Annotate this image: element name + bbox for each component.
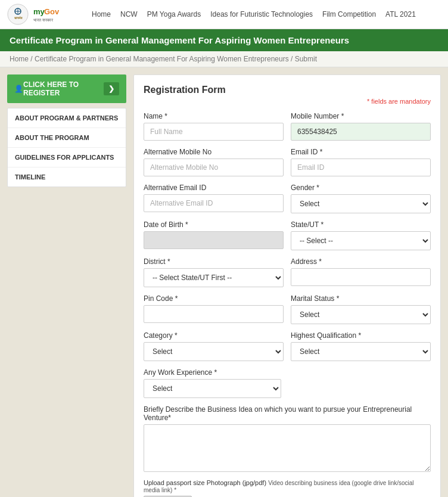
alt-mobile-label: Alternative Mobile No [144, 148, 284, 156]
registration-form: Registration Form * fields are mandatory… [133, 74, 441, 497]
page-banner: Certificate Program in General Managemen… [0, 29, 448, 51]
experience-group: Any Work Experience * Select No Experien… [144, 368, 281, 398]
email-group: Email ID * [291, 148, 431, 176]
category-qualification-row: Category * Select General SC ST OBC High… [144, 331, 431, 361]
alt-mobile-email-row: Alternative Mobile No Email ID * [144, 148, 431, 176]
mobile-group: Mobile Number * [291, 112, 431, 141]
breadcrumb-page[interactable]: Certificate Program in General Managemen… [35, 55, 289, 63]
pincode-marital-row: Pin Code * Marital Status * Select Singl… [144, 294, 431, 324]
experience-label: Any Work Experience * [144, 368, 281, 377]
qualification-label: Highest Qualification * [291, 331, 431, 340]
top-navigation: सत्यमेव my Gov भारत सरकार Home NCW PM Yo… [0, 0, 448, 29]
alt-email-gender-row: Alternative Email ID Gender * Select Fem… [144, 184, 431, 213]
sidebar: 👤 CLICK HERE TO REGISTER ❯ About Program… [7, 74, 126, 497]
sidebar-item-guidelines[interactable]: Guidelines For Applicants [8, 148, 126, 167]
breadcrumb-home[interactable]: Home [10, 55, 29, 63]
name-group: Name * [144, 112, 284, 141]
experience-row: Any Work Experience * Select No Experien… [144, 368, 431, 398]
mobile-label: Mobile Number * [291, 112, 431, 120]
main-layout: 👤 CLICK HERE TO REGISTER ❯ About Program… [0, 67, 448, 497]
address-group: Address * [291, 257, 431, 287]
gender-group: Gender * Select Female Male Other [291, 184, 431, 213]
breadcrumb-sep2: / [291, 55, 295, 63]
register-icon: 👤 [14, 85, 23, 93]
sidebar-menu: About Program & Partners About The Progr… [7, 108, 126, 187]
mandatory-note: * fields are mandatory [144, 98, 431, 105]
register-label: CLICK HERE TO REGISTER [23, 80, 104, 97]
gender-select[interactable]: Select Female Male Other [291, 194, 431, 213]
nav-film[interactable]: Film Competition [322, 10, 376, 18]
pincode-group: Pin Code * [144, 294, 284, 324]
svg-text:भारत सरकार: भारत सरकार [33, 18, 54, 22]
marital-group: Marital Status * Select Single Married D… [291, 294, 431, 324]
dob-state-row: Date of Birth * State/UT * -- Select -- [144, 220, 431, 250]
banner-title: Certificate Program in General Managemen… [10, 35, 349, 45]
state-label: State/UT * [291, 220, 431, 229]
marital-select[interactable]: Select Single Married Divorced Widowed [291, 305, 431, 324]
dob-input[interactable] [144, 231, 284, 249]
nav-ncw[interactable]: NCW [120, 10, 138, 18]
breadcrumb: Home / Certificate Program in General Ma… [0, 51, 448, 67]
dob-group: Date of Birth * [144, 220, 284, 250]
category-label: Category * [144, 331, 284, 340]
business-label: Briefly Describe the Business Idea on wh… [144, 405, 431, 422]
qualification-select[interactable]: Select 10th 12th Graduate Post Graduate [291, 342, 431, 361]
alt-email-group: Alternative Email ID [144, 184, 284, 213]
upload-label: Upload passport size Photograph (jpg/pdf… [144, 479, 431, 493]
register-button[interactable]: 👤 CLICK HERE TO REGISTER ❯ [7, 74, 126, 103]
alt-mobile-input[interactable] [144, 159, 284, 176]
form-title: Registration Form [144, 85, 431, 95]
district-group: District * -- Select State/UT First -- [144, 257, 284, 287]
pincode-input[interactable] [144, 305, 284, 323]
sidebar-item-about-program[interactable]: About Program & Partners [8, 108, 126, 128]
name-mobile-row: Name * Mobile Number * [144, 112, 431, 141]
mobile-input[interactable] [291, 123, 431, 141]
alt-email-label: Alternative Email ID [144, 184, 284, 192]
sidebar-item-about-the-program[interactable]: About The Program [8, 128, 126, 148]
state-group: State/UT * -- Select -- [291, 220, 431, 250]
email-label: Email ID * [291, 148, 431, 156]
name-label: Name * [144, 112, 284, 120]
pincode-label: Pin Code * [144, 294, 284, 303]
marital-label: Marital Status * [291, 294, 431, 303]
district-address-row: District * -- Select State/UT First -- A… [144, 257, 431, 287]
sidebar-item-timeline[interactable]: Timeline [8, 167, 126, 187]
business-textarea[interactable] [144, 424, 431, 472]
address-label: Address * [291, 257, 431, 266]
svg-text:my: my [33, 7, 45, 16]
category-group: Category * Select General SC ST OBC [144, 331, 284, 361]
business-idea-group: Briefly Describe the Business Idea on wh… [144, 405, 431, 472]
logo-area: सत्यमेव my Gov भारत सरकार [7, 4, 74, 25]
name-input[interactable] [144, 123, 284, 141]
nav-links: Home NCW PM Yoga Awards Ideas for Futuri… [92, 10, 416, 18]
dob-label: Date of Birth * [144, 220, 284, 229]
email-input[interactable] [291, 159, 431, 176]
svg-text:सत्यमेव: सत्यमेव [14, 16, 23, 20]
experience-select[interactable]: Select No Experience 1-2 years 3-5 years… [144, 379, 281, 398]
svg-text:Gov: Gov [44, 7, 60, 16]
nav-atl[interactable]: ATL 2021 [385, 10, 416, 18]
nav-home[interactable]: Home [92, 10, 111, 18]
qualification-group: Highest Qualification * Select 10th 12th… [291, 331, 431, 361]
nav-pm-yoga[interactable]: PM Yoga Awards [147, 10, 201, 18]
mygov-logo-icon: my Gov भारत सरकार [32, 4, 74, 25]
register-arrow-icon: ❯ [104, 82, 119, 95]
district-select[interactable]: -- Select State/UT First -- [144, 268, 284, 287]
upload-section: Upload passport size Photograph (jpg/pdf… [144, 479, 431, 497]
gender-label: Gender * [291, 184, 431, 192]
breadcrumb-current: Submit [295, 55, 317, 63]
nav-ideas[interactable]: Ideas for Futuristic Technologies [210, 10, 313, 18]
state-select[interactable]: -- Select -- [291, 231, 431, 250]
district-label: District * [144, 257, 284, 266]
india-emblem-icon: सत्यमेव [7, 4, 29, 25]
category-select[interactable]: Select General SC ST OBC [144, 342, 284, 361]
address-input[interactable] [291, 268, 431, 286]
alt-email-input[interactable] [144, 194, 284, 212]
alt-mobile-group: Alternative Mobile No [144, 148, 284, 176]
